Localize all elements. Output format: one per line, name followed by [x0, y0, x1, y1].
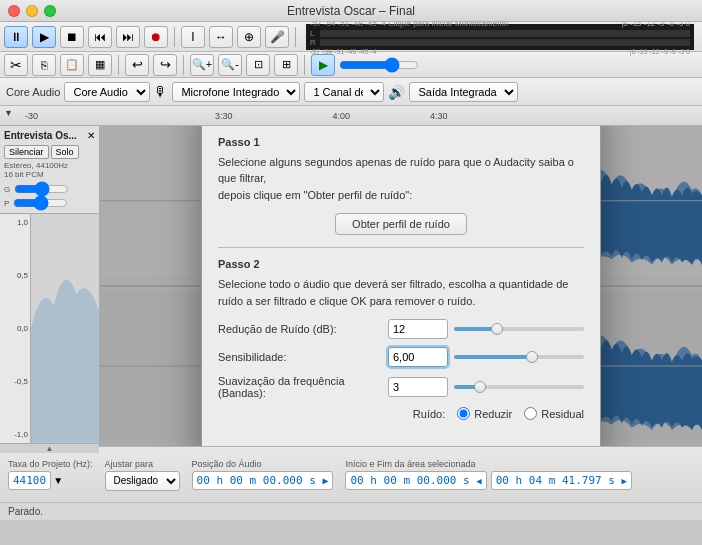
pause-button[interactable]: ⏸ — [4, 26, 28, 48]
stop-button[interactable]: ⏹ — [60, 26, 84, 48]
step2-label: Passo 2 — [218, 258, 584, 270]
reduction-label: Redução de Ruído (dB): — [218, 323, 388, 335]
smoothing-slider-track — [454, 385, 584, 389]
db-neg-1-0: -1,0 — [14, 430, 28, 439]
skip-back-button[interactable]: ⏮ — [88, 26, 112, 48]
position-unit: ▶ — [322, 475, 328, 486]
step2-desc: Selecione todo o áudio que deverá ser fi… — [218, 276, 584, 309]
minimize-btn[interactable] — [26, 5, 38, 17]
record-button[interactable]: ⏺ — [144, 26, 168, 48]
t2: 4:00 — [333, 111, 351, 121]
close-btn[interactable] — [8, 5, 20, 17]
reduction-input[interactable] — [388, 319, 448, 339]
mic-tool[interactable]: 🎤 — [265, 26, 289, 48]
get-profile-button[interactable]: Obter perfil de ruído — [335, 213, 467, 235]
residual-label: Residual — [541, 408, 584, 420]
sep4 — [183, 55, 184, 75]
zoom-fit-button[interactable]: ⊡ — [246, 54, 270, 76]
project-rate-label: Taxa do Projeto (Hz): — [8, 459, 93, 469]
snap-section: Ajustar para Desligado — [105, 459, 180, 491]
residual-option[interactable]: Residual — [524, 407, 584, 420]
collapse-icon: ▲ — [46, 444, 54, 453]
reduction-slider-thumb[interactable] — [491, 323, 503, 335]
step1-desc: Selecione alguns segundos apenas de ruíd… — [218, 154, 584, 204]
core-audio-label: Core Audio — [6, 86, 60, 98]
select-tool[interactable]: ↔ — [209, 26, 233, 48]
smoothing-slider-thumb[interactable] — [474, 381, 486, 393]
maximize-btn[interactable] — [44, 5, 56, 17]
reduction-slider-track — [454, 327, 584, 331]
separator2 — [295, 27, 296, 47]
residual-radio[interactable] — [524, 407, 537, 420]
sep3 — [118, 55, 119, 75]
zoom-in-tool[interactable]: ⊕ — [237, 26, 261, 48]
timeline-arrow: ▼ — [4, 108, 13, 118]
vu-row-l: L — [310, 29, 690, 38]
window-controls — [8, 5, 56, 17]
cut-button[interactable]: ✂ — [4, 54, 28, 76]
range-start-value: 00 h 00 m 00.000 s ◀ — [345, 471, 486, 490]
copy-button[interactable]: ⎘ — [32, 54, 56, 76]
sep5 — [304, 55, 305, 75]
dialog-body: Passo 1 Selecione alguns segundos apenas… — [202, 126, 600, 446]
close-track-icon[interactable]: ✕ — [87, 130, 95, 141]
main-area: Entrevista Os... ✕ Silenciar Solo Estére… — [0, 126, 702, 446]
range-section: Início e Fim da área selecionada 00 h 00… — [345, 459, 632, 490]
audio-host-select[interactable]: Core Audio — [64, 82, 150, 102]
reduce-option[interactable]: Reduzir — [457, 407, 512, 420]
position-label: Posição do Áudio — [192, 459, 334, 469]
position-section: Posição do Áudio 00 h 00 m 00.000 s ▶ — [192, 459, 334, 490]
trim-button[interactable]: ▦ — [88, 54, 112, 76]
solo-button[interactable]: Solo — [51, 145, 79, 159]
undo-button[interactable]: ↩ — [125, 54, 149, 76]
smoothing-row: Suavização da frequência (Bandas): — [218, 375, 584, 399]
vu-meter: -57 -54 -51 -48 -45 -4 Clique para Inici… — [306, 24, 694, 50]
smoothing-input[interactable] — [388, 377, 448, 397]
pan-slider[interactable] — [13, 197, 68, 209]
reduce-radio[interactable] — [457, 407, 470, 420]
db-0-0: 0,0 — [17, 324, 28, 333]
status-text: Parado. — [8, 506, 43, 517]
device-toolbar: Core Audio Core Audio 🎙 Microfone Integr… — [0, 78, 702, 106]
snap-select[interactable]: Desligado — [105, 471, 180, 491]
track-collapse-btn[interactable]: ▲ — [0, 443, 99, 453]
zoom-out-button[interactable]: 🔍- — [218, 54, 242, 76]
transport-toolbar: ⏸ ▶ ⏹ ⏮ ⏭ ⏺ I ↔ ⊕ 🎤 -57 -54 -51 -48 -45 … — [0, 22, 702, 52]
track-info: Estéreo, 44100Hz 16 bit PCM — [4, 161, 95, 179]
reduce-label: Reduzir — [474, 408, 512, 420]
playback-slider[interactable] — [339, 58, 419, 72]
sensitivity-slider-fill — [454, 355, 532, 359]
play-green-button[interactable]: ▶ — [311, 54, 335, 76]
rate-chevron[interactable]: ▼ — [53, 475, 63, 486]
play-button[interactable]: ▶ — [32, 26, 56, 48]
sensitivity-slider-thumb[interactable] — [526, 351, 538, 363]
mute-button[interactable]: Silenciar — [4, 145, 49, 159]
skip-forward-button[interactable]: ⏭ — [116, 26, 140, 48]
cursor-tool[interactable]: I — [181, 26, 205, 48]
input-device-select[interactable]: Microfone Integrado — [172, 82, 300, 102]
gain-slider[interactable] — [14, 183, 69, 195]
profile-btn-container: Obter perfil de ruído — [218, 213, 584, 235]
paste-button[interactable]: 📋 — [60, 54, 84, 76]
separator — [174, 27, 175, 47]
t3: 4:30 — [430, 111, 448, 121]
gain-label: G — [4, 185, 10, 194]
zoom-sel-button[interactable]: ⊞ — [274, 54, 298, 76]
track-header: Entrevista Os... ✕ Silenciar Solo Estére… — [0, 126, 99, 214]
reduction-row: Redução de Ruído (dB): — [218, 319, 584, 339]
zoom-in-button[interactable]: 🔍+ — [190, 54, 214, 76]
noise-reduction-dialog: Redução de Ruído Passo 1 Selecione algun… — [201, 126, 601, 446]
vu-label-r: R — [310, 38, 318, 47]
sensitivity-input[interactable] — [388, 347, 448, 367]
title-bar: Entrevista Oscar – Final — [0, 0, 702, 22]
output-device-select[interactable]: Saída Integrada — [409, 82, 518, 102]
track-controls: Silenciar Solo — [4, 145, 95, 159]
vu-label-l: L — [310, 29, 318, 38]
track-name: Entrevista Os... — [4, 130, 77, 141]
snap-label: Ajustar para — [105, 459, 180, 469]
vu-row-r: R — [310, 38, 690, 47]
channel-select[interactable]: 1 Canal de... — [304, 82, 384, 102]
t1: 3:30 — [215, 111, 233, 121]
position-value: 00 h 00 m 00.000 s ▶ — [192, 471, 334, 490]
redo-button[interactable]: ↪ — [153, 54, 177, 76]
